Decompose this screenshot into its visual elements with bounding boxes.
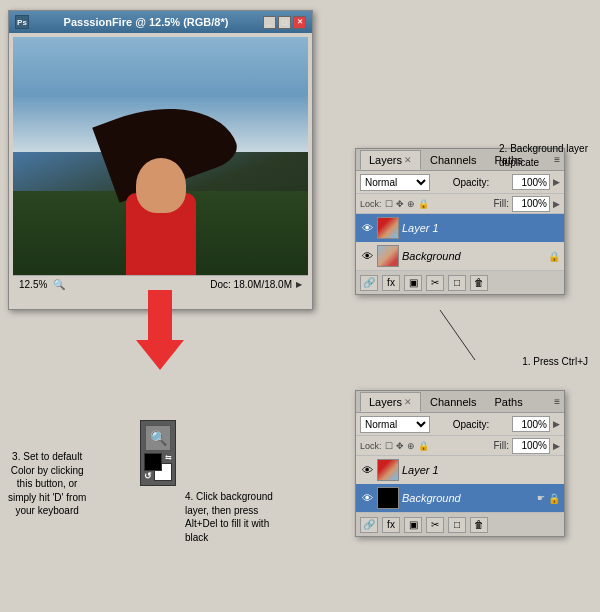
tab-close-layers[interactable]: ✕: [404, 155, 412, 165]
layer-name-bg-top: Background: [402, 250, 545, 262]
annotation-4: 4. Click background layer, then press Al…: [185, 490, 273, 544]
minimize-button[interactable]: _: [263, 16, 276, 29]
opacity-label-top: Opacity:: [453, 177, 490, 188]
lock-checkbox-bot[interactable]: ☐: [385, 441, 393, 451]
bg-lock-icon-top: 🔒: [548, 251, 560, 262]
color-swatches: ↺ ⇆: [144, 453, 172, 481]
lock-checkbox-top[interactable]: ☐: [385, 199, 393, 209]
fill-label-top: Fill:: [493, 198, 509, 209]
close-button[interactable]: ✕: [293, 16, 306, 29]
tab-layers-top[interactable]: Layers ✕: [360, 150, 421, 170]
annotation-1: 1. Press Ctrl+J: [522, 355, 588, 369]
fill-arrow-bot[interactable]: ▶: [553, 441, 560, 451]
photoshop-window: Ps PasssionFire @ 12.5% (RGB/8*) _ □ ✕ 1…: [8, 10, 313, 310]
zoom-tool[interactable]: 🔍: [145, 425, 171, 451]
layer-thumb-1-top: [377, 217, 399, 239]
footer-mask-btn-bot[interactable]: ▣: [404, 517, 422, 533]
default-colors-btn[interactable]: ↺: [144, 471, 154, 481]
photo-preview: [13, 37, 308, 293]
opacity-label-bot: Opacity:: [453, 419, 490, 430]
toolbox: 🔍 ↺ ⇆: [140, 420, 176, 486]
blend-mode-select-bot[interactable]: Normal: [360, 416, 430, 433]
layer-eye-bg-top[interactable]: 👁: [360, 249, 374, 263]
layer-item-bg-bot[interactable]: 👁 Background ☛ 🔒: [356, 484, 564, 512]
layer-item-1-bot[interactable]: 👁 Layer 1: [356, 456, 564, 484]
layer-thumb-img-1-bot: [378, 460, 398, 480]
ps-titlebar: Ps PasssionFire @ 12.5% (RGB/8*) _ □ ✕: [9, 11, 312, 33]
opacity-arrow-top[interactable]: ▶: [553, 177, 560, 187]
lock-label-bot: Lock:: [360, 441, 382, 451]
layer-name-bg-bot: Background: [402, 492, 530, 504]
layer-eye-1-top[interactable]: 👁: [360, 221, 374, 235]
footer-delete-btn-top[interactable]: 🗑: [470, 275, 488, 291]
footer-fx-btn-top[interactable]: fx: [382, 275, 400, 291]
fill-label-bot: Fill:: [493, 440, 509, 451]
canvas-area: 12.5% 🔍 Doc: 18.0M/18.0M ▶: [13, 37, 308, 293]
annotation-3: 3. Set to default Color by clicking this…: [8, 450, 86, 518]
arrow-shaft: [148, 290, 172, 345]
blend-opacity-row-bot: Normal Opacity: 100% ▶: [356, 413, 564, 435]
lock-label-top: Lock:: [360, 199, 382, 209]
footer-adj-btn-bot[interactable]: ✂: [426, 517, 444, 533]
fill-value-top[interactable]: 100%: [512, 196, 550, 212]
tab-paths-bot[interactable]: Paths: [486, 392, 532, 412]
tab-channels-bot[interactable]: Channels: [421, 392, 485, 412]
bg-lock-icon-bot: 🔒: [548, 493, 560, 504]
fill-value-bot[interactable]: 100%: [512, 438, 550, 454]
lock-fill-row-bot: Lock: ☐ ✥ ⊕ 🔒 Fill: 100% ▶: [356, 435, 564, 455]
layer-item-1-top[interactable]: 👁 Layer 1: [356, 214, 564, 242]
layers-panel-top: Layers ✕ Channels Paths ≡ Normal Opacity…: [355, 148, 565, 295]
footer-mask-btn-top[interactable]: ▣: [404, 275, 422, 291]
arrow-head: [136, 340, 184, 370]
panel-tabs-bot: Layers ✕ Channels Paths ≡: [356, 391, 564, 413]
ps-app-icon: Ps: [15, 15, 29, 29]
scroll-arrow[interactable]: ▶: [296, 280, 302, 289]
tab-layers-bot[interactable]: Layers ✕: [360, 392, 421, 412]
window-controls: _ □ ✕: [263, 16, 306, 29]
footer-fx-btn-bot[interactable]: fx: [382, 517, 400, 533]
layer-eye-1-bot[interactable]: 👁: [360, 463, 374, 477]
layer-list-top: 👁 Layer 1 👁 Background 🔒: [356, 213, 564, 270]
panel-menu-icon-bot[interactable]: ≡: [554, 396, 560, 407]
lock-move-top[interactable]: ✥: [396, 199, 404, 209]
layer-thumb-img-bg-bot: [378, 488, 398, 508]
layer-thumb-img-1-top: [378, 218, 398, 238]
layer-item-bg-top[interactable]: 👁 Background 🔒: [356, 242, 564, 270]
zoom-level: 12.5%: [19, 279, 47, 290]
footer-link-btn-top[interactable]: 🔗: [360, 275, 378, 291]
annotation-2: 2. Background layer duplicate: [499, 142, 588, 169]
maximize-button[interactable]: □: [278, 16, 291, 29]
footer-delete-btn-bot[interactable]: 🗑: [470, 517, 488, 533]
lock-move-bot[interactable]: ✥: [396, 441, 404, 451]
layer-name-1-bot: Layer 1: [402, 464, 560, 476]
panel-footer-top: 🔗 fx ▣ ✂ □ 🗑: [356, 270, 564, 294]
footer-group-btn-bot[interactable]: □: [448, 517, 466, 533]
blend-opacity-row-top: Normal Opacity: 100% ▶: [356, 171, 564, 193]
fg-color-swatch[interactable]: [144, 453, 162, 471]
doc-info: Doc: 18.0M/18.0M: [210, 279, 292, 290]
lock-paint-top[interactable]: ⊕: [407, 199, 415, 209]
tab-close-layers-bot[interactable]: ✕: [404, 397, 412, 407]
swap-colors-btn[interactable]: ⇆: [165, 453, 172, 462]
layer-eye-bg-bot[interactable]: 👁: [360, 491, 374, 505]
layer-thumb-1-bot: [377, 459, 399, 481]
layer-thumb-bg-top: [377, 245, 399, 267]
layer-thumb-img-bg-top: [378, 246, 398, 266]
footer-adj-btn-top[interactable]: ✂: [426, 275, 444, 291]
footer-link-btn-bot[interactable]: 🔗: [360, 517, 378, 533]
zoom-icon[interactable]: 🔍: [53, 279, 65, 290]
lock-all-top[interactable]: 🔒: [418, 199, 429, 209]
opacity-value-bot[interactable]: 100%: [512, 416, 550, 432]
blend-mode-select-top[interactable]: Normal: [360, 174, 430, 191]
lock-paint-bot[interactable]: ⊕: [407, 441, 415, 451]
tab-channels-top[interactable]: Channels: [421, 150, 485, 170]
opacity-value-top[interactable]: 100%: [512, 174, 550, 190]
layer-name-1-top: Layer 1: [402, 222, 560, 234]
panel-footer-bot: 🔗 fx ▣ ✂ □ 🗑: [356, 512, 564, 536]
lock-fill-row-top: Lock: ☐ ✥ ⊕ 🔒 Fill: 100% ▶: [356, 193, 564, 213]
opacity-arrow-bot[interactable]: ▶: [553, 419, 560, 429]
footer-group-btn-top[interactable]: □: [448, 275, 466, 291]
lock-all-bot[interactable]: 🔒: [418, 441, 429, 451]
layers-panel-bot: Layers ✕ Channels Paths ≡ Normal Opacity…: [355, 390, 565, 537]
fill-arrow-top[interactable]: ▶: [553, 199, 560, 209]
